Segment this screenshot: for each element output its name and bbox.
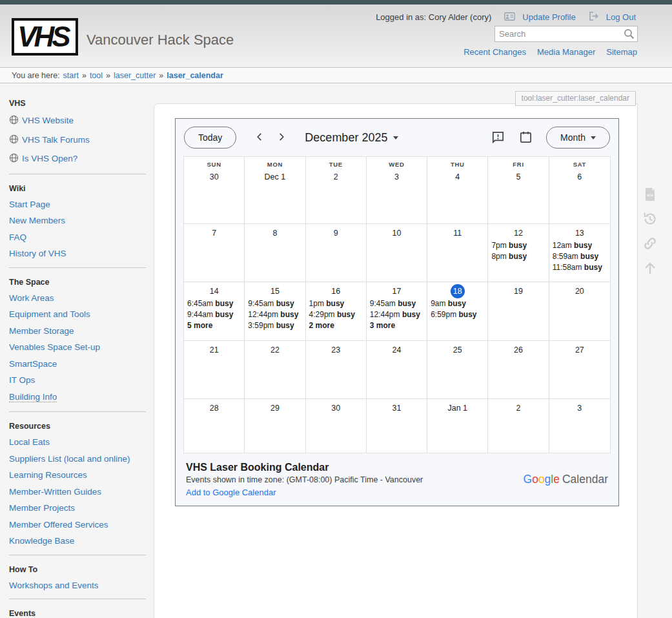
calendar-day-cell[interactable]: 26 [488,341,549,399]
sidebar-item-it-ops[interactable]: IT Ops [9,376,146,385]
sidebar-item-is-vhs-open-[interactable]: Is VHS Open? [9,153,146,165]
sidebar-item-knowledge-base[interactable]: Knowledge Base [9,537,146,546]
calendar-day-cell[interactable]: MONDec 1 [245,157,305,224]
sidebar-item-local-eats[interactable]: Local Eats [9,438,146,447]
calendar-day-cell[interactable]: 24 [367,341,427,399]
calendar-day-cell[interactable]: 28 [184,399,245,453]
event-chip[interactable]: 8:59am busy [549,251,610,262]
event-chip[interactable]: 9:45am busy [245,298,305,309]
old-revisions-icon[interactable] [642,211,658,227]
calendar-day-cell[interactable]: 19 [488,282,549,341]
breadcrumb-link-tool[interactable]: tool [90,71,103,80]
add-to-google-calendar-link[interactable]: Add to Google Calendar [186,488,276,497]
feedback-icon[interactable] [491,130,506,145]
calendar-day-cell[interactable]: 1312am busy8:59am busy11:58am busy [549,224,610,282]
calendar-day-cell[interactable]: 161pm busy4:29pm busy2 more [306,282,367,341]
sidebar-item-venables-space-set-up[interactable]: Venables Space Set-up [9,343,146,352]
sidebar-item-start-page[interactable]: Start Page [9,200,146,209]
recent-changes-link[interactable]: Recent Changes [463,47,526,57]
more-events-link[interactable]: 5 more [184,320,244,331]
event-chip[interactable]: 3:59pm busy [245,320,305,331]
media-manager-link[interactable]: Media Manager [537,47,595,57]
event-chip[interactable]: 12:44pm busy [245,309,305,320]
more-events-link[interactable]: 2 more [306,320,366,331]
calendar-day-cell[interactable]: WED3 [367,157,427,224]
site-logo[interactable]: VHS [12,18,78,56]
calendar-day-cell[interactable]: 2 [488,399,549,453]
sidebar-item-smartspace[interactable]: SmartSpace [9,360,146,369]
sidebar-item-building-info[interactable]: Building Info [9,393,146,403]
calendar-day-cell[interactable]: Jan 1 [427,399,488,453]
prev-month-button[interactable] [252,130,267,145]
event-chip[interactable]: 8pm busy [488,251,548,262]
sidebar-item-member-offered-services[interactable]: Member Offered Services [9,520,146,530]
sidebar-item-member-written-guides[interactable]: Member-Written Guides [9,488,146,497]
calendar-day-cell[interactable]: 10 [367,224,427,282]
calendar-icon[interactable] [518,130,534,145]
calendar-day-cell[interactable]: TUE2 [306,157,367,224]
calendar-day-cell[interactable]: 3 [549,399,610,453]
view-select-button[interactable]: Month [546,127,610,149]
breadcrumb-current[interactable]: laser_calendar [167,71,223,80]
calendar-day-cell[interactable]: 21 [184,341,245,399]
sitemap-link[interactable]: Sitemap [606,47,637,57]
calendar-day-cell[interactable]: 8 [245,224,305,282]
breadcrumb-link-laser-cutter[interactable]: laser_cutter [114,71,156,80]
calendar-day-cell[interactable]: 25 [427,341,488,399]
calendar-day-cell[interactable]: 11 [427,224,488,282]
event-chip[interactable]: 11:58am busy [549,262,610,273]
event-chip[interactable]: 1pm busy [306,298,366,309]
log-out-link[interactable]: Log Out [606,12,636,22]
event-chip[interactable]: 6:59pm busy [427,309,487,320]
calendar-day-cell[interactable]: SAT6 [549,157,610,224]
calendar-month-selector[interactable]: December 2025 [305,131,398,145]
more-events-link[interactable]: 3 more [367,320,427,331]
sidebar-item-member-storage[interactable]: Member Storage [9,327,146,336]
sidebar-item-vhs-website[interactable]: VHS Website [9,115,146,127]
calendar-day-cell[interactable]: 9 [306,224,367,282]
calendar-day-cell[interactable]: THU4 [427,157,488,224]
calendar-day-cell[interactable]: 127pm busy8pm busy [488,224,549,282]
sidebar-item-faq[interactable]: FAQ [9,233,146,242]
calendar-day-cell[interactable]: 22 [245,341,305,399]
search-input[interactable] [494,26,638,42]
sidebar-item-suppliers-list-local-and-online-[interactable]: Suppliers List (local and online) [9,455,146,464]
back-to-top-icon[interactable] [642,260,658,276]
event-chip[interactable]: 12:44pm busy [367,309,427,320]
event-chip[interactable]: 9am busy [427,298,487,309]
calendar-day-cell[interactable]: 23 [306,341,367,399]
calendar-day-cell[interactable]: 20 [549,282,610,341]
sidebar-item-member-projects[interactable]: Member Projects [9,504,146,513]
update-profile-link[interactable]: Update Profile [522,12,575,22]
calendar-day-cell[interactable]: 30 [306,399,367,453]
calendar-day-cell[interactable]: 27 [549,341,610,399]
event-chip[interactable]: 4:29pm busy [306,309,366,320]
search-icon[interactable] [624,28,635,42]
today-button[interactable]: Today [184,127,236,149]
sidebar-item-history-of-vhs[interactable]: History of VHS [9,249,146,258]
calendar-day-cell[interactable]: 159:45am busy12:44pm busy3:59pm busy [245,282,305,341]
sidebar-item-new-members[interactable]: New Members [9,216,146,225]
event-chip[interactable]: 6:45am busy [184,298,244,309]
next-month-button[interactable] [274,130,289,145]
calendar-day-cell[interactable]: 31 [367,399,427,453]
calendar-day-cell[interactable]: SUN30 [184,157,245,224]
sidebar-item-learning-resources[interactable]: Learning Resources [9,471,146,480]
sidebar-item-workshops-and-events[interactable]: Workshops and Events [9,581,146,590]
sidebar-item-vhs-talk-forums[interactable]: VHS Talk Forums [9,134,146,146]
calendar-day-cell[interactable]: FRI5 [488,157,549,224]
google-calendar-logo[interactable]: GoogleCalendar [524,473,608,486]
sidebar-item-equipment-and-tools[interactable]: Equipment and Tools [9,310,146,319]
calendar-day-cell[interactable]: 29 [245,399,305,453]
calendar-day-cell[interactable]: 189am busy6:59pm busy [427,282,488,341]
event-chip[interactable]: 9:45am busy [367,298,427,309]
event-chip[interactable]: 9:44am busy [184,309,244,320]
event-chip[interactable]: 12am busy [549,240,610,251]
calendar-day-cell[interactable]: 146:45am busy9:44am busy5 more [184,282,245,341]
backlinks-icon[interactable] [642,235,658,252]
page-source-icon[interactable]: <> [642,186,658,203]
event-chip[interactable]: 7pm busy [488,240,548,251]
calendar-day-cell[interactable]: 179:45am busy12:44pm busy3 more [367,282,427,341]
breadcrumb-link-start[interactable]: start [63,71,79,80]
calendar-day-cell[interactable]: 7 [184,224,245,282]
